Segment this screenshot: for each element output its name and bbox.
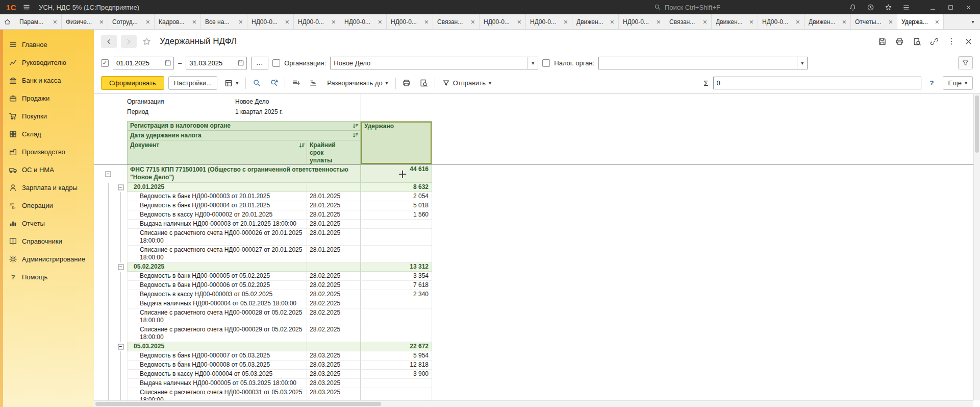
vertical-scrollbar[interactable]: [973, 94, 980, 400]
tab-close-icon[interactable]: ×: [285, 18, 289, 26]
tab-close-icon[interactable]: ×: [842, 18, 846, 26]
close-form-button[interactable]: [964, 37, 973, 46]
sidebar-item-prodazhi[interactable]: Продажи: [0, 89, 94, 107]
deadline-cell[interactable]: 28.01.2025: [307, 201, 361, 210]
sum-cell[interactable]: 2 340: [361, 290, 432, 299]
group-levels-button[interactable]: [307, 77, 320, 90]
expand-groups-button[interactable]: [289, 77, 303, 90]
collapse-expander-icon[interactable]: −: [106, 171, 111, 177]
deadline-cell[interactable]: 28.03.2025: [307, 370, 361, 379]
sum-cell[interactable]: 5 018: [361, 201, 432, 210]
sum-cell[interactable]: 2 054: [361, 192, 432, 201]
tab-15[interactable]: Движен...×: [712, 14, 758, 29]
filter-settings-button[interactable]: [958, 56, 973, 69]
tab-19[interactable]: Удержа...×: [897, 14, 944, 29]
maximize-button[interactable]: [947, 4, 954, 11]
document-cell[interactable]: Ведомость в кассу НД00-000003 от 05.02.2…: [127, 290, 307, 299]
tab-close-icon[interactable]: ×: [146, 18, 150, 26]
tab-6[interactable]: НД00-0...×: [294, 14, 340, 29]
sum-cell[interactable]: [361, 325, 432, 342]
search-in-report-button[interactable]: [250, 77, 263, 90]
tax-office-checkbox[interactable]: [542, 59, 550, 67]
tab-5[interactable]: НД00-0...×: [247, 14, 294, 29]
deadline-cell[interactable]: 28.02.2025: [307, 325, 361, 342]
date-from-input[interactable]: [113, 59, 156, 67]
history-icon[interactable]: [867, 4, 874, 11]
deadline-cell[interactable]: 28.01.2025: [307, 192, 361, 201]
sort-down-icon[interactable]: [298, 142, 306, 149]
document-cell[interactable]: Ведомость в банк НД00-000006 от 05.02.20…: [127, 281, 307, 290]
tab-17[interactable]: Движен...×: [805, 14, 851, 29]
column-header-withheld-selected[interactable]: Удержано: [361, 121, 432, 164]
more-button[interactable]: Еще ▾: [943, 76, 973, 90]
tab-close-icon[interactable]: ×: [517, 18, 521, 26]
period-options-button[interactable]: ...: [251, 57, 268, 69]
tab-close-icon[interactable]: ×: [471, 18, 475, 26]
pane-splitter[interactable]: [361, 94, 361, 400]
document-cell[interactable]: Выдача наличных НД00-000003 от 20.01.202…: [127, 220, 307, 229]
send-button[interactable]: Отправить ▾: [439, 76, 495, 90]
deadline-cell[interactable]: 28.02.2025: [307, 308, 361, 325]
document-cell[interactable]: Ведомость в банк НД00-000004 от 20.01.20…: [127, 201, 307, 210]
report-variant-button[interactable]: ▾: [221, 76, 241, 90]
document-cell[interactable]: Списание с расчетного счета НД00-000029 …: [127, 325, 307, 342]
column-header-registration[interactable]: Регистрация в налоговом органе: [127, 121, 361, 131]
collapse-expander-icon[interactable]: −: [118, 344, 123, 350]
favorite-toggle-star-icon[interactable]: [142, 37, 152, 46]
date-group-cell[interactable]: 20.01.2025: [127, 183, 307, 192]
deadline-cell[interactable]: 28.01.2025: [307, 220, 361, 229]
save-icon[interactable]: [878, 37, 887, 46]
tax-office-combo[interactable]: ▾: [598, 57, 808, 69]
document-cell[interactable]: Ведомость в кассу НД00-000004 от 05.03.2…: [127, 370, 307, 379]
sidebar-item-pomoshch[interactable]: ?Помощь: [0, 268, 94, 286]
tab-list-button[interactable]: ▾: [966, 14, 980, 29]
tab-close-icon[interactable]: ×: [935, 18, 939, 26]
preview-icon[interactable]: [913, 37, 921, 46]
sidebar-item-pokupki[interactable]: Покупки: [0, 107, 94, 125]
deadline-cell[interactable]: 28.03.2025: [307, 351, 361, 361]
deadline-cell[interactable]: [307, 342, 361, 351]
tab-close-icon[interactable]: ×: [703, 18, 707, 26]
tab-3[interactable]: Кадров...×: [155, 14, 201, 29]
date-group-total-cell[interactable]: 22 672: [361, 342, 432, 351]
horizontal-scrollbar[interactable]: [94, 400, 973, 407]
sidebar-item-os-i-nma[interactable]: ОС и НМА: [0, 161, 94, 179]
tab-16[interactable]: НД00-0...×: [758, 14, 805, 29]
org-checkbox[interactable]: [272, 59, 280, 67]
print-preview-button[interactable]: [417, 77, 431, 90]
tab-14[interactable]: Связан...×: [665, 14, 712, 29]
calendar-button[interactable]: [235, 57, 246, 69]
deadline-cell[interactable]: 28.01.2025: [307, 210, 361, 220]
tab-8[interactable]: НД00-0...×: [387, 14, 433, 29]
sum-cell[interactable]: [361, 229, 432, 246]
tax-office-total-cell[interactable]: 44 616: [361, 165, 432, 183]
favorites-star-icon[interactable]: [885, 4, 892, 11]
document-cell[interactable]: Списание с расчетного счета НД00-000026 …: [127, 229, 307, 246]
tab-10[interactable]: НД00-0...×: [480, 14, 526, 29]
tab-close-icon[interactable]: ×: [332, 18, 336, 26]
tab-close-icon[interactable]: ×: [239, 18, 243, 26]
deadline-cell[interactable]: 28.03.2025: [307, 379, 361, 388]
sidebar-item-bank-i-kassa[interactable]: Банк и касса: [0, 71, 94, 89]
main-menu-icon[interactable]: [22, 3, 31, 11]
sum-cell[interactable]: 3 900: [361, 370, 432, 379]
date-group-total-cell[interactable]: 8 632: [361, 183, 432, 192]
tab-12[interactable]: Движен...×: [572, 14, 619, 29]
tab-4[interactable]: Все на...×: [201, 14, 247, 29]
expand-to-button[interactable]: Разворачивать до ▾: [324, 76, 391, 90]
search-next-button[interactable]: [267, 77, 281, 90]
sum-cell[interactable]: 7 618: [361, 281, 432, 290]
tab-close-icon[interactable]: ×: [192, 18, 196, 26]
tab-close-icon[interactable]: ×: [610, 18, 614, 26]
chevron-down-icon[interactable]: ▾: [527, 57, 538, 69]
deadline-cell[interactable]: 28.02.2025: [307, 281, 361, 290]
print-report-button[interactable]: [400, 77, 413, 90]
deadline-cell[interactable]: 28.02.2025: [307, 272, 361, 281]
sum-cell[interactable]: [361, 308, 432, 325]
sum-cell[interactable]: [361, 299, 432, 308]
tab-close-icon[interactable]: ×: [564, 18, 568, 26]
deadline-cell[interactable]: 28.03.2025: [307, 361, 361, 370]
tab-close-icon[interactable]: ×: [378, 18, 382, 26]
period-checkbox[interactable]: ✓: [101, 59, 109, 67]
link-icon[interactable]: [930, 37, 939, 46]
